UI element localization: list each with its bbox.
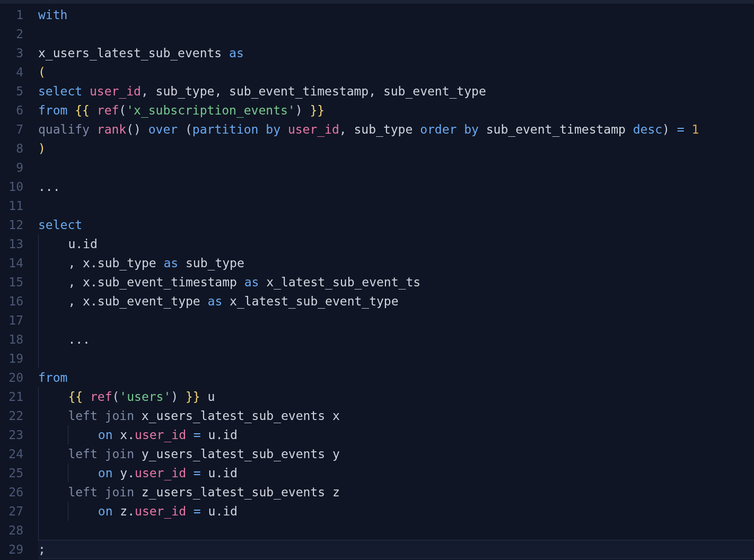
code-line[interactable]: ) (38, 139, 754, 158)
line-number: 16 (0, 292, 38, 311)
token-ident (670, 120, 677, 139)
line-number-gutter: 1234567891011121314151617181920212223242… (0, 4, 38, 560)
token-ident (141, 120, 148, 139)
code-line[interactable]: on z.user_id = u.id (38, 502, 754, 521)
code-line[interactable]: ... (38, 177, 754, 196)
code-line[interactable] (38, 196, 754, 215)
token-punc: , (141, 82, 156, 101)
line-number: 19 (0, 349, 38, 368)
token-ident: x_users_latest_sub_events (38, 43, 229, 63)
code-area[interactable]: withx_users_latest_sub_events as(select … (38, 4, 754, 560)
token-col: user_id (135, 425, 186, 444)
code-line[interactable]: from {{ ref('x_subscription_events') }} (38, 101, 754, 120)
line-number: 12 (0, 215, 38, 234)
token-ident: u (201, 463, 216, 483)
code-line[interactable]: select user_id, sub_type, sub_event_time… (38, 82, 754, 101)
code-line[interactable]: {{ ref('users') }} u (38, 387, 754, 406)
token-k: on (98, 502, 113, 521)
line-number: 5 (0, 82, 38, 101)
token-ident: z_users_latest_sub_events z (134, 483, 340, 502)
token-ident: x_latest_sub_event_type (222, 292, 398, 311)
line-number: 29 (0, 540, 38, 559)
token-ident: x (83, 292, 90, 311)
token-punc: , (339, 120, 354, 139)
line-number: 21 (0, 387, 38, 406)
token-punc: . (90, 253, 98, 273)
token-paren: ) (662, 120, 670, 139)
code-line[interactable] (38, 349, 754, 368)
token-ident: x (112, 425, 127, 444)
token-ident: u (200, 387, 215, 406)
code-line[interactable]: left join z_users_latest_sub_events z (38, 483, 754, 502)
token-ident: sub_event_timestamp (98, 273, 244, 292)
token-ident: z (112, 502, 127, 521)
token-ident (178, 387, 186, 406)
token-op: = (194, 425, 201, 444)
token-k: from (38, 101, 67, 120)
code-line[interactable]: ... (38, 330, 754, 349)
code-line[interactable]: , x.sub_event_timestamp as x_latest_sub_… (38, 273, 754, 292)
code-line[interactable]: on y.user_id = u.id (38, 463, 754, 483)
token-ident (303, 101, 310, 120)
token-ident: sub_type (98, 253, 164, 273)
line-number: 20 (0, 368, 38, 387)
token-op: = (194, 502, 201, 521)
code-line[interactable] (38, 521, 754, 540)
token-punc: . (90, 273, 98, 292)
token-ident: u (201, 425, 216, 444)
token-punc: ; (38, 540, 46, 559)
token-ident: x (83, 273, 90, 292)
token-ident (280, 120, 288, 139)
token-punc: . (215, 425, 223, 444)
token-punc: . (127, 463, 135, 483)
code-line[interactable]: from (38, 368, 754, 387)
editor-topbar (0, 0, 754, 4)
token-op: = (194, 463, 201, 483)
token-ident (67, 101, 75, 120)
token-op: = (677, 120, 685, 139)
token-str: 'x_subscription_events' (126, 101, 295, 120)
token-k: order by (420, 120, 479, 139)
token-punc: . (215, 463, 223, 483)
code-line[interactable] (38, 24, 754, 43)
code-line[interactable]: qualify rank() over (partition by user_i… (38, 120, 754, 139)
code-line[interactable] (38, 158, 754, 177)
line-number: 23 (0, 425, 38, 444)
token-ident (82, 82, 90, 101)
code-line[interactable]: left join x_users_latest_sub_events x (38, 406, 754, 425)
token-k: partition by (192, 120, 280, 139)
token-punc: , (214, 82, 229, 101)
token-ident: x (83, 253, 90, 273)
token-paren: ( (185, 120, 192, 139)
token-ident (186, 463, 194, 483)
line-number: 1 (0, 5, 38, 24)
token-punc: , (68, 273, 83, 292)
code-editor[interactable]: 1234567891011121314151617181920212223242… (0, 4, 754, 560)
token-punc: . (75, 234, 83, 253)
line-number: 25 (0, 463, 38, 483)
code-line[interactable]: ( (38, 63, 754, 82)
code-line[interactable]: , x.sub_type as sub_type (38, 253, 754, 273)
code-line[interactable]: u.id (38, 234, 754, 253)
token-paren: ) (171, 387, 178, 406)
code-line[interactable]: , x.sub_event_type as x_latest_sub_event… (38, 292, 754, 311)
line-number: 26 (0, 483, 38, 502)
token-k: as (208, 292, 223, 311)
token-paren: ) (295, 101, 303, 120)
token-k: from (38, 368, 67, 387)
code-line[interactable] (38, 311, 754, 330)
token-ident (90, 101, 97, 120)
token-k: with (38, 5, 67, 24)
code-line[interactable]: on x.user_id = u.id (38, 425, 754, 444)
token-punc: , (68, 292, 83, 311)
line-number: 8 (0, 139, 38, 158)
token-ellip: ... (38, 177, 60, 196)
code-line[interactable]: with (38, 5, 754, 24)
code-line[interactable]: left join y_users_latest_sub_events y (38, 444, 754, 463)
current-line-highlight (38, 540, 754, 559)
code-line[interactable]: x_users_latest_sub_events as (38, 43, 754, 63)
line-number: 9 (0, 158, 38, 177)
token-ident: u (68, 234, 75, 253)
code-line[interactable]: select (38, 215, 754, 234)
token-ident: x_latest_sub_event_ts (259, 273, 420, 292)
